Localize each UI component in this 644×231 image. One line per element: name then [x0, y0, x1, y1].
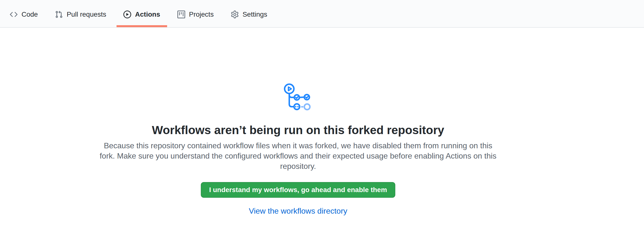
repo-tab-bar: Code Pull requests Actions Projects Sett…: [0, 0, 644, 28]
enable-button-row: I understand my workflows, go ahead and …: [0, 171, 596, 198]
gear-icon: [231, 11, 239, 18]
enable-workflows-button[interactable]: I understand my workflows, go ahead and …: [201, 182, 395, 198]
tab-actions[interactable]: Actions: [116, 0, 167, 27]
actions-workflow-graph-icon: [284, 82, 313, 112]
tab-settings-label: Settings: [242, 11, 267, 18]
blankslate-description: Because this repository contained workfl…: [96, 140, 500, 171]
tab-settings[interactable]: Settings: [224, 0, 274, 27]
tab-code[interactable]: Code: [3, 0, 45, 27]
tab-actions-label: Actions: [135, 11, 160, 18]
tab-pull-requests[interactable]: Pull requests: [48, 0, 113, 27]
workflows-link-row: View the workflows directory: [0, 206, 596, 216]
tab-projects[interactable]: Projects: [170, 0, 220, 27]
tab-projects-label: Projects: [189, 11, 214, 18]
play-icon: [124, 11, 131, 18]
git-pull-request-icon: [55, 11, 63, 18]
tab-pull-requests-label: Pull requests: [67, 11, 106, 18]
page-title: Workflows aren’t being run on this forke…: [0, 123, 596, 137]
code-icon: [10, 11, 18, 18]
project-icon: [177, 11, 185, 18]
tab-code-label: Code: [22, 11, 38, 18]
view-workflows-directory-link[interactable]: View the workflows directory: [249, 206, 347, 215]
main-content: Workflows aren’t being run on this forke…: [0, 28, 596, 216]
actions-disabled-blankslate: Workflows aren’t being run on this forke…: [0, 28, 596, 216]
